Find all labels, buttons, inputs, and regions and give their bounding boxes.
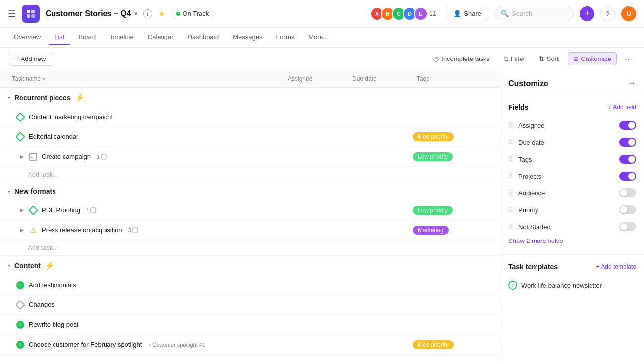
col-tags[interactable]: Tags — [413, 70, 492, 87]
avatar-group[interactable]: A B C D E 11 — [370, 7, 436, 21]
task-name-text: Create campaign — [42, 153, 91, 160]
field-label: Audience — [518, 189, 614, 197]
search-placeholder: Search — [512, 10, 532, 17]
task-row[interactable]: ▶ ⚠ Press release on acquisition 3 Ma — [0, 220, 500, 240]
show-more-fields-button[interactable]: Show 2 more fields — [508, 235, 636, 246]
task-row[interactable]: Editorial calendar Med priority — [0, 127, 500, 147]
task-templates-section: Task templates + Add template ✓ Work-lif… — [500, 255, 644, 301]
template-item[interactable]: ✓ Work-life balance newsletter — [508, 277, 636, 294]
tag-med-priority: Med priority — [413, 340, 454, 349]
hamburger-icon[interactable]: ☰ — [8, 8, 16, 19]
drag-handle-icon[interactable]: ⠿ — [508, 206, 513, 214]
task-list: Task name ▾ Assignee Due date Tags ▾ Rec… — [0, 70, 500, 361]
add-template-button[interactable]: + Add template — [596, 263, 636, 270]
add-task-button[interactable]: Add task... — [0, 167, 500, 182]
tab-more[interactable]: More... — [302, 30, 334, 45]
chevron-down-icon[interactable]: ▾ — [134, 10, 137, 17]
tab-messages[interactable]: Messages — [227, 30, 268, 45]
col-assignee[interactable]: Assignee — [284, 70, 348, 87]
toggle-priority[interactable] — [619, 205, 636, 214]
status-dot — [176, 12, 180, 16]
col-due-date[interactable]: Due date — [348, 70, 413, 87]
tab-calendar[interactable]: Calendar — [142, 30, 180, 45]
user-avatar[interactable]: U — [621, 6, 636, 21]
task-row[interactable]: Add testimonials — [0, 275, 500, 295]
section-header-recurrent[interactable]: ▾ Recurrent pieces ⚡ — [0, 88, 500, 107]
status-badge[interactable]: On Track — [171, 8, 215, 19]
task-name-cell: Rewrite blog post — [8, 316, 284, 333]
task-icon-diamond — [16, 132, 25, 141]
section-header-content[interactable]: ▾ Content ⚡ — [0, 256, 500, 275]
section-toggle-icon: ▾ — [8, 189, 10, 194]
expand-arrow-icon: ▶ — [20, 227, 24, 233]
tab-overview[interactable]: Overview — [8, 30, 47, 45]
more-options-button[interactable]: ··· — [621, 52, 636, 66]
customize-icon: ⊞ — [573, 55, 579, 62]
task-icon-diamond — [16, 113, 25, 121]
task-row[interactable]: Changes — [0, 295, 500, 315]
customize-button[interactable]: ⊞ Customize — [568, 52, 617, 65]
toggle-tags[interactable] — [619, 155, 636, 164]
incomplete-tasks-button[interactable]: ◎ Incomplete tasks — [429, 53, 495, 65]
toggle-not-started[interactable] — [619, 222, 636, 231]
drag-handle-icon[interactable]: ⠿ — [508, 121, 513, 129]
info-icon[interactable]: i — [143, 9, 152, 18]
toggle-projects[interactable] — [619, 172, 636, 180]
star-icon[interactable]: ★ — [158, 9, 165, 18]
col-expand-icon: ▾ — [43, 76, 45, 82]
tag-low-priority: Low priority — [413, 152, 453, 161]
app-icon — [22, 5, 40, 23]
subtask-count: 1 — [86, 207, 96, 213]
section-title-recurrent: Recurrent pieces — [14, 94, 71, 102]
tag-cell: Med priority — [413, 340, 492, 349]
task-name-cell: Editorial calendar — [8, 128, 284, 145]
task-row[interactable]: ▶ ≡ Create campaign 1 Low priority — [0, 147, 500, 167]
add-task-button[interactable]: Add task... — [0, 240, 500, 255]
add-button[interactable]: + — [580, 6, 594, 21]
tab-board[interactable]: Board — [72, 30, 102, 45]
tag-marketing: Marketing — [413, 226, 449, 235]
drag-handle-icon[interactable]: ⠿ — [508, 172, 513, 180]
project-title: Customer Stories – Q4 ▾ — [46, 9, 137, 18]
filter-button[interactable]: ⧉ Filter — [499, 53, 530, 65]
task-icon-diamond — [29, 206, 38, 215]
search-box[interactable]: 🔍 Search — [494, 7, 574, 20]
tab-list[interactable]: List — [49, 30, 70, 45]
field-item-due-date: ⠿ Due date — [508, 134, 636, 151]
fields-title: Fields — [508, 103, 528, 111]
task-templates-header: Task templates + Add template — [508, 263, 636, 271]
help-button[interactable]: ? — [600, 6, 615, 21]
add-new-button[interactable]: + Add new — [8, 52, 53, 66]
expand-arrow-icon: ▶ — [20, 154, 24, 159]
status-text: On Track — [183, 10, 209, 17]
tab-forms[interactable]: Forms — [270, 30, 300, 45]
drag-handle-icon[interactable]: ⠿ — [508, 189, 513, 197]
section-recurrent: ▾ Recurrent pieces ⚡ Content marketing c… — [0, 88, 500, 182]
share-label: Share — [464, 10, 481, 17]
add-field-button[interactable]: + Add field — [608, 104, 636, 111]
share-button[interactable]: 👤 Share — [446, 7, 488, 20]
panel-close-button[interactable]: → — [627, 78, 636, 89]
task-icon-circle-check — [16, 320, 25, 329]
tab-dashboard[interactable]: Dashboard — [182, 30, 225, 45]
drag-handle-icon[interactable]: ⠿ — [508, 138, 513, 146]
section-header-newformats[interactable]: ▾ New formats — [0, 182, 500, 200]
task-name-cell: ▶ PDF Proofing 1 — [8, 202, 284, 219]
task-row[interactable]: ▶ PDF Proofing 1 Low priority — [0, 200, 500, 220]
task-row[interactable]: Choose customer for February spotlight ‹… — [0, 335, 500, 355]
col-task-name[interactable]: Task name ▾ — [8, 70, 284, 87]
toggle-audience[interactable] — [619, 188, 636, 197]
toggle-assignee[interactable] — [619, 121, 636, 130]
task-row[interactable]: Rewrite blog post — [0, 315, 500, 335]
incomplete-tasks-label: Incomplete tasks — [441, 55, 490, 62]
sort-button[interactable]: ⇅ Sort — [534, 53, 564, 65]
section-newformats: ▾ New formats ▶ PDF Proofing 1 — [0, 182, 500, 256]
field-item-tags: ⠿ Tags — [508, 151, 636, 168]
drag-handle-icon[interactable]: ⠿ — [508, 155, 513, 163]
drag-handle-icon[interactable]: ⠿ — [508, 223, 513, 231]
task-row[interactable]: Content marketing campaign! — [0, 107, 500, 127]
tag-cell: Marketing — [413, 226, 492, 235]
tab-timeline[interactable]: Timeline — [104, 30, 140, 45]
task-name-text: Editorial calendar — [29, 133, 78, 140]
toggle-due-date[interactable] — [619, 138, 636, 147]
